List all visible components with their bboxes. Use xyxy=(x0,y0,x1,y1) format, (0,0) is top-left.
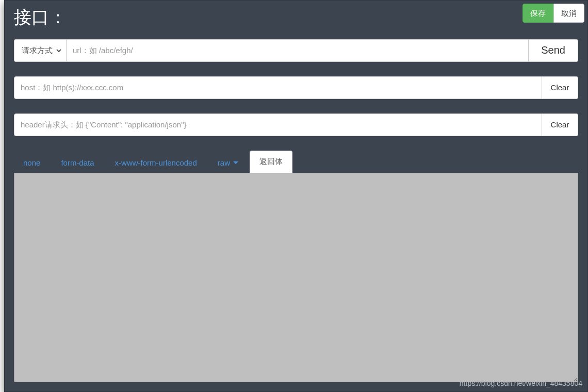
body-tabs: none form-data x-www-form-urlencoded raw… xyxy=(14,151,578,173)
url-input[interactable] xyxy=(66,39,529,62)
request-line-group: 请求方式 Send xyxy=(14,39,578,62)
tab-form-data-link[interactable]: form-data xyxy=(52,153,103,173)
method-select-wrapper: 请求方式 xyxy=(14,39,66,62)
method-select[interactable]: 请求方式 xyxy=(18,40,63,61)
response-textarea[interactable] xyxy=(14,173,578,382)
api-modal: 接口： 保存 取消 请求方式 Send Clear Clear none xyxy=(4,0,588,392)
host-clear-button[interactable]: Clear xyxy=(542,76,578,99)
send-button[interactable]: Send xyxy=(529,39,578,62)
header-clear-button[interactable]: Clear xyxy=(542,113,578,136)
header-group: Clear xyxy=(14,113,578,136)
tab-x-www-form-urlencoded: x-www-form-urlencoded xyxy=(106,153,206,173)
tab-none: none xyxy=(14,153,50,173)
tab-response-link[interactable]: 返回体 xyxy=(250,151,292,173)
save-button[interactable]: 保存 xyxy=(522,4,553,23)
tab-label: none xyxy=(23,158,40,167)
header-input[interactable] xyxy=(14,113,542,136)
tab-label: x-www-form-urlencoded xyxy=(115,158,197,167)
tab-raw: raw xyxy=(208,153,248,173)
tab-form-data: form-data xyxy=(52,153,103,173)
tab-label: raw xyxy=(218,158,230,167)
tab-response-body: 返回体 xyxy=(250,151,292,173)
header-actions: 保存 取消 xyxy=(522,4,584,23)
modal-body: 请求方式 Send Clear Clear none form-data x-w… xyxy=(5,32,587,391)
cancel-button[interactable]: 取消 xyxy=(553,4,584,23)
host-input[interactable] xyxy=(14,76,542,99)
tab-label: 返回体 xyxy=(259,157,283,167)
modal-title: 接口： xyxy=(5,1,76,32)
modal-header: 接口： 保存 取消 xyxy=(5,1,587,32)
host-group: Clear xyxy=(14,76,578,99)
tab-raw-link[interactable]: raw xyxy=(208,153,248,173)
tab-label: form-data xyxy=(61,158,94,167)
tab-none-link[interactable]: none xyxy=(14,153,50,173)
tab-xwww-link[interactable]: x-www-form-urlencoded xyxy=(106,153,206,173)
chevron-down-icon xyxy=(233,161,238,164)
